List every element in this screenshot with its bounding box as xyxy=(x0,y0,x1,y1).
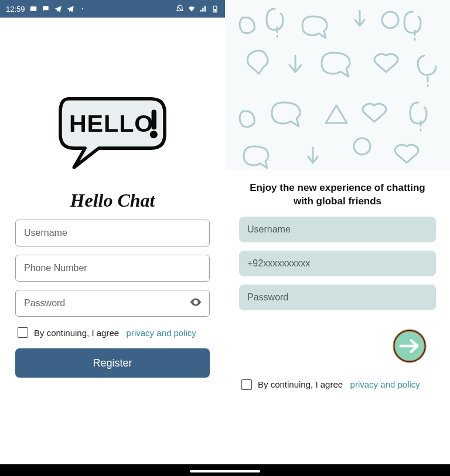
phone-placeholder: +92xxxxxxxxxx xyxy=(247,258,310,269)
phone-field[interactable]: +92xxxxxxxxxx xyxy=(239,251,436,276)
hello-logo: HELLO xyxy=(51,88,174,176)
agree-prefix: By continuing, I agree xyxy=(34,328,119,338)
agree-row: By continuing, I agree privacy and polic… xyxy=(15,327,210,338)
go-button[interactable] xyxy=(391,328,428,364)
status-bar: 12:59 xyxy=(0,0,225,18)
agree-checkbox[interactable] xyxy=(241,379,252,390)
right-content: Enjoy the new experience of chatting wit… xyxy=(225,170,450,390)
username-placeholder: Username xyxy=(247,224,291,235)
svg-rect-8 xyxy=(225,0,450,170)
left-content: HELLO Hello Chat Username Phone Number P… xyxy=(0,18,225,378)
username-placeholder: Username xyxy=(24,228,67,238)
password-placeholder: Password xyxy=(24,298,65,309)
phone-field[interactable]: Phone Number xyxy=(15,255,210,282)
phone-placeholder: Phone Number xyxy=(24,263,87,273)
svg-point-5 xyxy=(150,131,158,138)
wifi-icon xyxy=(188,5,196,13)
headline: Enjoy the new experience of chatting wit… xyxy=(239,182,436,208)
telegram-icon xyxy=(54,5,62,13)
agree-row: By continuing, I agree privacy and polic… xyxy=(239,379,436,390)
register-label: Register xyxy=(93,357,132,369)
dnd-icon xyxy=(176,5,184,13)
doodle-header xyxy=(225,0,450,170)
dot-icon xyxy=(79,5,87,13)
left-phone: 12:59 HELLO xyxy=(0,0,225,476)
signal-icon xyxy=(199,5,207,13)
agree-text: By continuing, I agree privacy and polic… xyxy=(258,379,420,389)
app-title: Hello Chat xyxy=(70,190,155,211)
agree-text: By continuing, I agree privacy and polic… xyxy=(34,328,196,338)
svg-rect-0 xyxy=(30,6,36,11)
password-placeholder: Password xyxy=(247,292,288,303)
status-left: 12:59 xyxy=(6,5,87,13)
svg-point-7 xyxy=(195,301,197,303)
register-button[interactable]: Register xyxy=(15,348,210,378)
message-icon xyxy=(42,5,50,13)
svg-point-1 xyxy=(81,8,83,9)
right-phone: Enjoy the new experience of chatting wit… xyxy=(225,0,450,476)
image-icon xyxy=(29,5,38,13)
password-field[interactable]: Password xyxy=(15,290,210,317)
password-field[interactable]: Password xyxy=(239,285,436,310)
gesture-pill xyxy=(190,470,260,472)
svg-text:HELLO: HELLO xyxy=(69,110,154,137)
username-field[interactable]: Username xyxy=(239,217,436,242)
username-field[interactable]: Username xyxy=(15,220,210,246)
agree-checkbox[interactable] xyxy=(18,327,28,338)
svg-rect-3 xyxy=(214,9,216,12)
svg-rect-6 xyxy=(152,110,156,130)
telegram-icon xyxy=(66,5,74,13)
policy-link[interactable]: privacy and policy xyxy=(350,379,420,389)
nav-bar xyxy=(0,464,450,476)
status-time: 12:59 xyxy=(6,5,25,13)
status-right xyxy=(176,5,219,13)
battery-icon xyxy=(211,5,219,13)
policy-link[interactable]: privacy and policy xyxy=(127,328,196,338)
agree-prefix: By continuing, I agree xyxy=(258,379,343,389)
eye-icon[interactable] xyxy=(189,296,202,311)
